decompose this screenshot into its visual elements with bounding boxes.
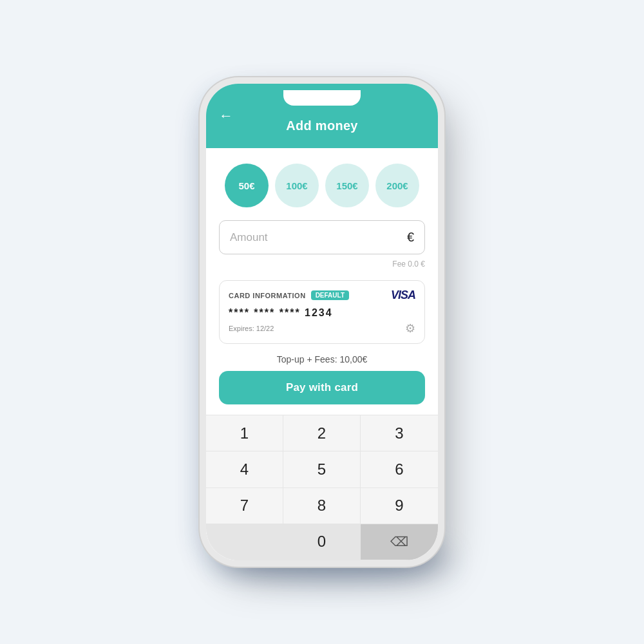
amount-input-wrapper[interactable]: Amount € [219, 220, 425, 254]
fee-label: Fee 0.0 € [206, 257, 438, 275]
amount-input-placeholder: Amount [230, 231, 407, 244]
amount-btn-50[interactable]: 50€ [225, 164, 269, 207]
key-5[interactable]: 5 [283, 451, 361, 488]
card-number: **** **** **** 1234 [229, 307, 415, 319]
card-info-label: CARD INFORMATION [229, 292, 306, 299]
phone-shell: ← Add money 50€ 100€ 150€ 200€ Amount € [206, 84, 438, 560]
key-8[interactable]: 8 [283, 488, 361, 524]
key-0[interactable]: 0 [283, 524, 361, 560]
key-3[interactable]: 3 [361, 415, 438, 451]
screen: ← Add money 50€ 100€ 150€ 200€ Amount € [206, 84, 438, 560]
key-backspace[interactable]: ⌫ [361, 524, 438, 560]
pay-with-card-button[interactable]: Pay with card [219, 371, 425, 404]
back-button[interactable]: ← [219, 108, 233, 124]
amount-buttons-row: 50€ 100€ 150€ 200€ [206, 148, 438, 218]
card-section[interactable]: CARD INFORMATION DEFAULT VISA **** **** … [219, 280, 425, 344]
visa-logo: VISA [391, 289, 415, 302]
keypad: 1234567890⌫ [206, 415, 438, 560]
phone-frame: ← Add money 50€ 100€ 150€ 200€ Amount € [206, 84, 438, 560]
amount-btn-150[interactable]: 150€ [325, 164, 369, 207]
card-header: CARD INFORMATION DEFAULT VISA [229, 289, 415, 302]
key-7[interactable]: 7 [206, 488, 283, 524]
main-content: 50€ 100€ 150€ 200€ Amount € Fee 0.0 € [206, 148, 438, 560]
default-badge: DEFAULT [311, 290, 349, 300]
key-4[interactable]: 4 [206, 451, 283, 488]
amount-btn-200[interactable]: 200€ [375, 164, 419, 207]
key-2[interactable]: 2 [283, 415, 361, 451]
key-1[interactable]: 1 [206, 415, 283, 451]
phone-notch [283, 90, 361, 106]
key-empty [206, 524, 283, 560]
page-title: Add money [286, 118, 358, 133]
currency-symbol: € [407, 230, 414, 245]
gear-icon[interactable]: ⚙ [405, 321, 415, 336]
expires-label: Expires: 12/22 [229, 325, 274, 332]
amount-btn-100[interactable]: 100€ [275, 164, 319, 207]
key-9[interactable]: 9 [361, 488, 438, 524]
topup-summary: Top-up + Fees: 10,00€ [206, 352, 438, 371]
card-footer: Expires: 12/22 ⚙ [229, 321, 415, 336]
key-6[interactable]: 6 [361, 451, 438, 488]
